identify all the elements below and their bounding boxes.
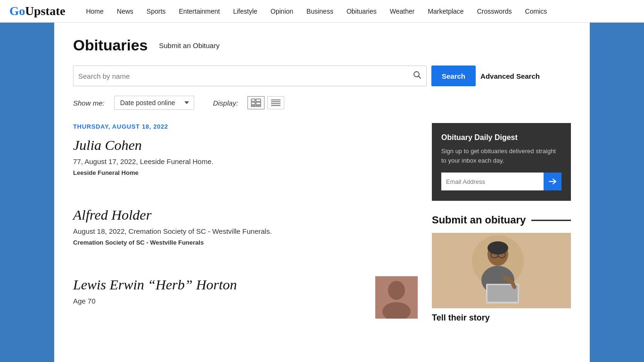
page-wrapper: Obituaries Submit an Obituary Search Adv… <box>0 23 644 362</box>
submit-obit-heading-row: Submit an obituary <box>432 214 571 226</box>
digest-box: Obituary Daily Digest Sign up to get obi… <box>432 123 571 201</box>
grid-icon <box>251 99 261 107</box>
obit-name-julia-cohen[interactable]: Julia Cohen <box>73 137 418 154</box>
obituaries-list: THURSDAY, AUGUST 18, 2022 Julia Cohen 77… <box>73 123 418 349</box>
nav-item-lifestyle[interactable]: Lifestyle <box>226 0 264 23</box>
nav-item-marketplace[interactable]: Marketplace <box>421 0 470 23</box>
submit-obit-illustration <box>432 233 571 308</box>
obit-name-lewis-horton[interactable]: Lewis Erwin “Herb” Horton <box>73 276 368 293</box>
svg-rect-6 <box>251 106 255 107</box>
person-silhouette-icon <box>375 276 418 319</box>
advanced-search-link[interactable]: Advanced Search <box>480 72 540 80</box>
submit-obituary-section: Submit an obituary <box>432 214 571 323</box>
svg-point-13 <box>388 281 405 300</box>
display-label: Display: <box>213 99 238 107</box>
digest-title: Obituary Daily Digest <box>441 133 561 142</box>
svg-line-1 <box>419 76 421 78</box>
search-icon <box>413 71 421 79</box>
submit-obit-heading: Submit an obituary <box>432 214 526 226</box>
email-input[interactable] <box>441 173 544 190</box>
nav-item-crosswords[interactable]: Crosswords <box>471 0 519 23</box>
search-row: Search Advanced Search <box>73 66 571 86</box>
obit-image-lewis-horton <box>375 276 418 319</box>
date-heading: THURSDAY, AUGUST 18, 2022 <box>73 123 418 130</box>
obit-entry-with-image: Lewis Erwin “Herb” Horton Age 70 <box>73 276 418 319</box>
nav-item-sports[interactable]: Sports <box>140 0 172 23</box>
show-me-select[interactable]: Date posted onlineDate of deathAlphabeti… <box>114 96 194 110</box>
nav-item-news[interactable]: News <box>110 0 140 23</box>
heading-line <box>531 220 571 221</box>
display-list-button[interactable] <box>267 96 284 109</box>
sidebar: Obituary Daily Digest Sign up to get obi… <box>432 123 571 349</box>
display-grid-button[interactable] <box>248 96 264 109</box>
nav-item-business[interactable]: Business <box>300 0 340 23</box>
content-area: Obituaries Submit an Obituary Search Adv… <box>54 23 590 362</box>
digest-desc: Sign up to get obituaries delivered stra… <box>441 147 561 165</box>
svg-rect-5 <box>256 102 261 105</box>
site-header: GoUpstate Home News Sports Entertainment… <box>0 0 644 23</box>
nav-item-home[interactable]: Home <box>79 0 110 23</box>
obit-name-alfred-holder[interactable]: Alfred Holder <box>73 206 418 223</box>
email-submit-button[interactable] <box>544 173 561 190</box>
svg-rect-2 <box>251 99 255 101</box>
svg-rect-4 <box>251 102 255 105</box>
table-row: Alfred Holder August 18, 2022, Cremation… <box>73 206 418 261</box>
logo-go: Go <box>9 4 25 18</box>
nav-item-weather[interactable]: Weather <box>383 0 421 23</box>
nav-item-opinion[interactable]: Opinion <box>264 0 300 23</box>
show-me-label: Show me: <box>73 99 105 107</box>
page-title: Obituaries <box>73 37 148 54</box>
obit-details-alfred-holder: August 18, 2022, Cremation Society of SC… <box>73 227 418 235</box>
site-logo[interactable]: GoUpstate <box>9 4 65 18</box>
nav-item-comics[interactable]: Comics <box>519 0 554 23</box>
main-nav: Home News Sports Entertainment Lifestyle… <box>79 0 553 23</box>
arrow-right-icon <box>549 178 556 185</box>
page-title-row: Obituaries Submit an Obituary <box>73 37 571 54</box>
search-button[interactable]: Search <box>431 66 476 86</box>
obit-home-alfred-holder: Cremation Society of SC - Westville Fune… <box>73 239 418 246</box>
submit-obituary-link[interactable]: Submit an Obituary <box>159 41 219 49</box>
svg-point-21 <box>487 241 508 255</box>
list-icon <box>271 99 281 107</box>
obit-details-lewis-horton: Age 70 <box>73 297 368 305</box>
nav-item-entertainment[interactable]: Entertainment <box>172 0 226 23</box>
nav-item-obituaries[interactable]: Obituaries <box>340 0 383 23</box>
search-icon-button[interactable] <box>413 71 421 82</box>
submit-obit-image <box>432 233 571 308</box>
svg-rect-3 <box>256 99 261 101</box>
table-row: Julia Cohen 77, August 17, 2022, Leeside… <box>73 137 418 191</box>
main-columns: THURSDAY, AUGUST 18, 2022 Julia Cohen 77… <box>73 123 571 349</box>
search-box-container <box>73 66 427 86</box>
filter-row: Show me: Date posted onlineDate of death… <box>73 96 571 110</box>
tell-story-text: Tell their story <box>432 313 571 323</box>
obit-details-julia-cohen: 77, August 17, 2022, Leeside Funeral Hom… <box>73 157 418 165</box>
search-input[interactable] <box>78 72 413 80</box>
email-row <box>441 173 561 190</box>
table-row: Lewis Erwin “Herb” Horton Age 70 <box>73 276 418 334</box>
logo-upstate: Upstate <box>25 4 65 18</box>
display-buttons <box>248 96 284 109</box>
obit-home-julia-cohen: Leeside Funeral Home <box>73 169 418 176</box>
svg-rect-7 <box>256 106 261 107</box>
